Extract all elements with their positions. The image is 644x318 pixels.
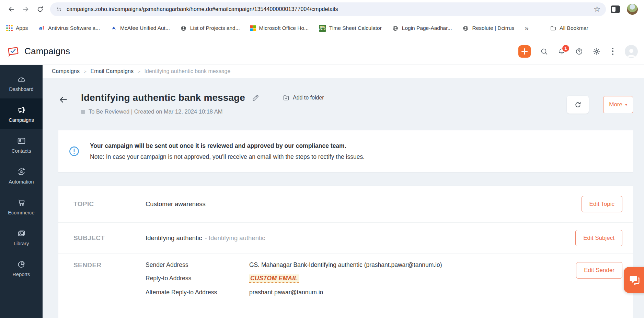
page-title: Identifying authentic bank message bbox=[81, 92, 245, 103]
banner-text: Your campaign will be sent out once it i… bbox=[90, 142, 365, 161]
back-arrow-icon bbox=[59, 95, 68, 104]
sidebar-item-label: Campaigns bbox=[9, 117, 34, 123]
time-calc-icon: TIMECALC bbox=[319, 25, 326, 32]
search-button[interactable] bbox=[540, 47, 548, 56]
browser-forward-button[interactable] bbox=[19, 2, 33, 16]
more-options-button[interactable] bbox=[610, 47, 616, 56]
status-square-icon bbox=[81, 110, 85, 114]
url-text[interactable]: campaigns.zoho.in/campaigns/gsmahanagarb… bbox=[67, 6, 590, 12]
topic-row: TOPIC Customer awareness Edit Topic bbox=[58, 186, 633, 223]
compliance-banner: Your campaign will be sent out once it i… bbox=[58, 130, 633, 173]
bookmark-star-icon[interactable]: ☆ bbox=[594, 5, 600, 13]
bookmark-microsoft-office[interactable]: Microsoft Office Ho... bbox=[250, 25, 309, 31]
sidebar-item-label: Dashboard bbox=[9, 86, 34, 92]
bookmark-login-page[interactable]: Login Page-Aadhar... bbox=[392, 25, 452, 32]
breadcrumb-campaigns[interactable]: Campaigns bbox=[52, 68, 80, 74]
sidebar-item-label: Reports bbox=[13, 272, 30, 277]
breadcrumb-current: Identifying authentic bank message bbox=[145, 68, 231, 74]
title-block: Identifying authentic bank message Add t… bbox=[81, 92, 324, 115]
user-avatar[interactable] bbox=[625, 45, 638, 58]
gear-icon bbox=[593, 47, 601, 56]
sidebar-item-library[interactable]: Library bbox=[0, 222, 43, 253]
bookmark-antivirus[interactable]: e! Antivirus Software a... bbox=[38, 25, 100, 32]
app-header: Campaigns 1 bbox=[0, 38, 644, 65]
page-back-button[interactable] bbox=[59, 95, 68, 115]
chat-widget-button[interactable] bbox=[624, 267, 644, 293]
bookmark-label: List of Projects and... bbox=[190, 25, 240, 31]
browser-profile-avatar[interactable] bbox=[627, 4, 638, 15]
all-bookmarks-button[interactable]: All Bookmar bbox=[550, 25, 588, 32]
sidebar-item-campaigns[interactable]: Campaigns bbox=[0, 98, 43, 129]
sender-address-value: GS. Mahanagar Bank-Identifying authentic… bbox=[249, 261, 442, 269]
all-bookmarks-label: All Bookmar bbox=[560, 25, 588, 31]
screen: campaigns.zoho.in/campaigns/gsmahanagarb… bbox=[0, 0, 644, 318]
sender-address-label: Sender Address bbox=[146, 261, 249, 269]
sidebar-item-reports[interactable]: Reports bbox=[0, 253, 43, 284]
apps-button[interactable]: Apps bbox=[6, 25, 28, 32]
edit-title-pencil-icon[interactable] bbox=[252, 94, 259, 102]
breadcrumb: Campaigns > Email Campaigns > Identifyin… bbox=[43, 65, 644, 78]
topic-value: Customer awareness bbox=[146, 200, 582, 208]
sidebar-item-automation[interactable]: Automation bbox=[0, 160, 43, 191]
pie-chart-icon bbox=[17, 260, 26, 269]
contact-card-icon bbox=[17, 136, 26, 145]
custom-email-link[interactable]: CUSTOM EMAIL bbox=[249, 274, 299, 283]
browser-back-button[interactable] bbox=[4, 2, 19, 16]
campaign-details-card: TOPIC Customer awareness Edit Topic SUBJ… bbox=[58, 186, 633, 318]
sender-fields: Sender Address GS. Mahanagar Bank-Identi… bbox=[146, 261, 576, 302]
bookmark-resolute[interactable]: Resolute | Dcirrus bbox=[462, 25, 514, 32]
bookmark-label: Login Page-Aadhar... bbox=[402, 25, 452, 31]
site-info-icon[interactable] bbox=[56, 6, 62, 13]
breadcrumb-separator: > bbox=[138, 69, 140, 74]
browser-reload-button[interactable] bbox=[33, 2, 47, 16]
bookmark-label: Resolute | Dcirrus bbox=[472, 25, 514, 31]
subject-value: Identifying authentic- Identifying authe… bbox=[146, 234, 575, 242]
refresh-button[interactable] bbox=[567, 96, 589, 114]
bookmark-list-of-projects[interactable]: List of Projects and... bbox=[180, 25, 240, 32]
automation-icon bbox=[17, 167, 26, 176]
globe-icon bbox=[392, 25, 399, 32]
subject-preview-text: - Identifying authentic bbox=[205, 234, 265, 242]
help-icon bbox=[575, 47, 583, 56]
reply-to-label: Reply-to Address bbox=[146, 275, 249, 282]
side-panel-button[interactable] bbox=[611, 5, 620, 13]
bookmark-label: Antivirus Software a... bbox=[48, 25, 100, 31]
notifications-button[interactable]: 1 bbox=[557, 47, 566, 56]
banner-line1: Your campaign will be sent out once it i… bbox=[90, 142, 365, 150]
settings-button[interactable] bbox=[593, 47, 601, 56]
sender-row: SENDER Sender Address GS. Mahanagar Bank… bbox=[58, 254, 633, 318]
side-panel-icon bbox=[612, 7, 616, 12]
caret-down-icon: ▾ bbox=[625, 102, 627, 107]
bookmark-time-sheet[interactable]: TIMECALC Time Sheet Calculator bbox=[319, 25, 382, 32]
sidebar-item-ecommerce[interactable]: Ecommerce bbox=[0, 191, 43, 222]
bookmarks-overflow-chevron[interactable]: » bbox=[525, 24, 529, 32]
bookmark-label: Microsoft Office Ho... bbox=[259, 25, 309, 31]
image-stack-icon bbox=[17, 229, 26, 238]
edit-subject-button[interactable]: Edit Subject bbox=[575, 230, 622, 246]
help-button[interactable] bbox=[575, 47, 583, 56]
sender-address-field: Sender Address GS. Mahanagar Bank-Identi… bbox=[146, 261, 576, 269]
browser-toolbar: campaigns.zoho.in/campaigns/gsmahanagarb… bbox=[0, 0, 644, 19]
dashboard-gauge-icon bbox=[17, 74, 26, 84]
chat-bubbles-icon bbox=[628, 273, 641, 286]
bookmark-mcafee[interactable]: McAfee Unified Aut... bbox=[110, 25, 170, 32]
subject-row: SUBJECT Identifying authentic- Identifyi… bbox=[58, 223, 633, 254]
sidebar-item-label: Ecommerce bbox=[8, 210, 34, 215]
sidebar-item-contacts[interactable]: Contacts bbox=[0, 129, 43, 160]
forward-arrow-icon bbox=[22, 5, 30, 13]
subject-text: Identifying authentic bbox=[146, 234, 202, 242]
bookmark-label: McAfee Unified Aut... bbox=[120, 25, 170, 31]
edit-sender-button[interactable]: Edit Sender bbox=[576, 262, 622, 279]
banner-line2: Note: In case your campaign is not appro… bbox=[90, 153, 365, 161]
create-button[interactable] bbox=[518, 45, 531, 58]
more-button[interactable]: More ▾ bbox=[603, 96, 633, 113]
globe-icon bbox=[180, 25, 187, 32]
breadcrumb-email-campaigns[interactable]: Email Campaigns bbox=[91, 68, 134, 74]
edit-topic-button[interactable]: Edit Topic bbox=[582, 196, 622, 212]
bookmarks-divider bbox=[539, 24, 539, 32]
sidebar-item-dashboard[interactable]: Dashboard bbox=[0, 68, 43, 98]
add-to-folder-button[interactable]: Add to folder bbox=[283, 94, 324, 102]
back-arrow-icon bbox=[8, 5, 15, 13]
status-line: To Be Reviewed | Created on Mar 12, 2024… bbox=[81, 108, 324, 115]
url-bar[interactable]: campaigns.zoho.in/campaigns/gsmahanagarb… bbox=[50, 2, 606, 16]
